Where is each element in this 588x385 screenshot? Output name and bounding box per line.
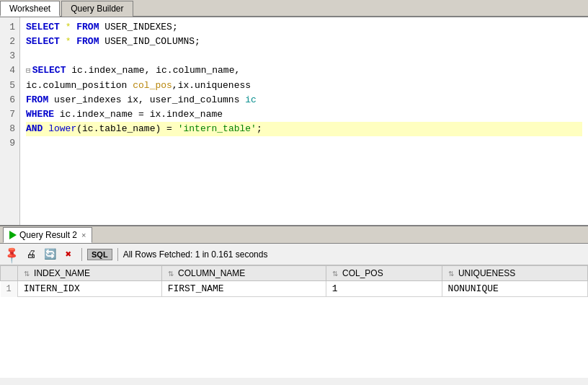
close-result-tab-button[interactable]: × <box>81 231 86 239</box>
col-header-uniqueness[interactable]: ⇅ UNIQUENESS <box>442 266 587 281</box>
cell-index-name: INTERN_IDX <box>17 281 161 297</box>
collapse-icon[interactable]: ⊟ <box>26 65 31 77</box>
cell-column-name: FIRST_NAME <box>161 281 326 297</box>
code-line-9 <box>26 136 582 151</box>
print-button[interactable]: 🖨 <box>23 247 39 262</box>
results-table: ⇅ INDEX_NAME ⇅ COLUMN_NAME ⇅ COL_POS ⇅ U… <box>0 265 588 297</box>
status-text: All Rows Fetched: 1 in 0.161 seconds <box>123 249 268 260</box>
col-label-col-pos: COL_POS <box>342 268 383 278</box>
col-label-column-name: COLUMN_NAME <box>178 268 245 278</box>
code-line-7: WHERE ic.index_name = ix.index_name <box>26 107 582 122</box>
cell-uniqueness: NONUNIQUE <box>442 281 587 297</box>
result-tab-bar: Query Result 2 × <box>0 226 588 244</box>
code-line-2: SELECT * FROM USER_IND_COLUMNS; <box>26 35 582 49</box>
tab-query-builder-label: Query Builder <box>71 4 123 14</box>
toolbar-divider <box>81 248 82 261</box>
code-line-1: SELECT * FROM USER_INDEXES; <box>26 20 582 35</box>
tab-query-builder[interactable]: Query Builder <box>61 1 133 17</box>
result-toolbar: 📌 🖨 🔄 ✖ SQL All Rows Fetched: 1 in 0.161… <box>0 244 588 265</box>
sort-icon-column: ⇅ <box>168 270 174 278</box>
tab-bar: Worksheet Query Builder <box>0 0 588 17</box>
delete-button[interactable]: ✖ <box>61 247 76 262</box>
table-header-row: ⇅ INDEX_NAME ⇅ COLUMN_NAME ⇅ COL_POS ⇅ U… <box>1 266 588 281</box>
table-row: 1 INTERN_IDX FIRST_NAME 1 NONUNIQUE <box>1 281 588 297</box>
editor-area: 1 2 3 4 5 6 7 8 9 SELECT * FROM USER_IND… <box>0 17 588 226</box>
tab-worksheet[interactable]: Worksheet <box>0 1 60 17</box>
toolbar-divider-2 <box>117 248 118 261</box>
row-number: 1 <box>1 281 18 297</box>
result-tab-label: Query Result 2 <box>19 230 77 240</box>
line-numbers: 1 2 3 4 5 6 7 8 9 <box>0 17 20 225</box>
row-num-header <box>1 266 18 281</box>
sort-icon-colpos: ⇅ <box>332 270 338 278</box>
cell-col-pos: 1 <box>326 281 442 297</box>
pin-icon: 📌 <box>2 244 22 264</box>
sort-icon-unique: ⇅ <box>448 270 454 278</box>
col-label-uniqueness: UNIQUENESS <box>458 268 515 278</box>
print-icon: 🖨 <box>26 249 36 260</box>
code-line-3 <box>26 49 582 63</box>
refresh-icon: 🔄 <box>44 248 56 260</box>
result-tab-query2[interactable]: Query Result 2 × <box>3 227 92 243</box>
col-header-col-pos[interactable]: ⇅ COL_POS <box>326 266 442 281</box>
code-line-8: AND lower(ic.table_name) = 'intern_table… <box>26 122 582 136</box>
col-header-index-name[interactable]: ⇅ INDEX_NAME <box>17 266 161 281</box>
play-icon <box>9 231 17 239</box>
col-label-index-name: INDEX_NAME <box>34 268 90 278</box>
code-line-4: ⊟SELECT ic.index_name, ic.column_name, <box>26 63 582 78</box>
code-line-6: FROM user_indexes ix, user_ind_columns i… <box>26 93 582 107</box>
results-table-container: ⇅ INDEX_NAME ⇅ COLUMN_NAME ⇅ COL_POS ⇅ U… <box>0 265 588 378</box>
col-header-column-name[interactable]: ⇅ COLUMN_NAME <box>161 266 326 281</box>
bottom-panel: Query Result 2 × 📌 🖨 🔄 ✖ SQL All Rows Fe… <box>0 226 588 378</box>
delete-icon: ✖ <box>66 248 71 260</box>
sql-badge: SQL <box>87 249 112 260</box>
refresh-button[interactable]: 🔄 <box>42 247 58 262</box>
tab-worksheet-label: Worksheet <box>9 4 50 14</box>
pin-button[interactable]: 📌 <box>4 247 20 262</box>
code-editor[interactable]: SELECT * FROM USER_INDEXES; SELECT * FRO… <box>20 17 588 225</box>
code-line-5: ic.column_position col_pos,ix.uniqueness <box>26 79 582 93</box>
sort-icon-index: ⇅ <box>24 270 30 278</box>
